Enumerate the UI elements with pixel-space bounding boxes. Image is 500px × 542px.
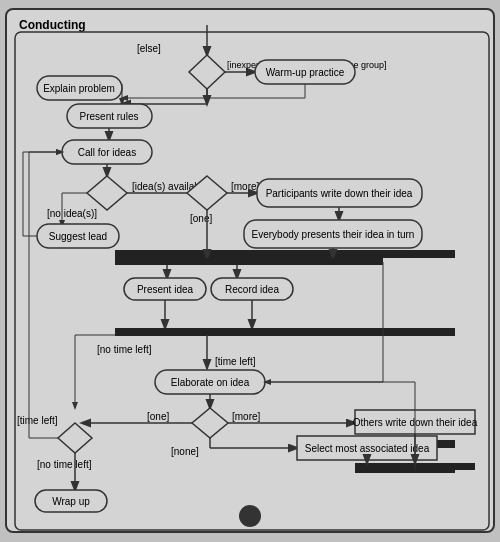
record-idea-label: Record idea bbox=[225, 284, 279, 295]
select-associated-label: Select most associated idea bbox=[305, 443, 430, 454]
sync-bar-top-main bbox=[115, 258, 383, 265]
label-none: [none] bbox=[171, 446, 199, 457]
label-more2: [more] bbox=[232, 411, 261, 422]
explain-label: Explain problem bbox=[43, 83, 115, 94]
diamond-time-left bbox=[58, 423, 92, 453]
label-more: [more] bbox=[231, 181, 260, 192]
label-time-left2: [time left] bbox=[17, 415, 58, 426]
label-one: [one] bbox=[190, 213, 212, 224]
diagram-svg: [else] [inexperienced participants in th… bbox=[7, 10, 497, 535]
diamond-ideas bbox=[87, 176, 127, 210]
call-ideas-label: Call for ideas bbox=[78, 147, 136, 158]
label-no-time-left2: [no time left] bbox=[37, 459, 92, 470]
label-no-ideas: [no idea(s)] bbox=[47, 208, 97, 219]
diamond-one-more bbox=[192, 408, 228, 438]
label-one2: [one] bbox=[147, 411, 169, 422]
bottom-indicator bbox=[239, 505, 261, 527]
present-idea-label: Present idea bbox=[137, 284, 194, 295]
elaborate-label: Elaborate on idea bbox=[171, 377, 250, 388]
suggest-lead-label: Suggest lead bbox=[49, 231, 107, 242]
present-rules-label: Present rules bbox=[80, 111, 139, 122]
everybody-presents-label: Everybody presents their idea in turn bbox=[252, 229, 415, 240]
diagram-container: Conducting [else] [inexperienced partici… bbox=[5, 8, 495, 533]
label-no-time-left: [no time left] bbox=[97, 344, 152, 355]
sync-bar-bottom-main bbox=[115, 328, 383, 335]
label-time-left: [time left] bbox=[215, 356, 256, 367]
sync-bar-top bbox=[115, 250, 455, 258]
warmup-label: Warm-up practice bbox=[266, 67, 345, 78]
label-else: [else] bbox=[137, 43, 161, 54]
wrap-up-label: Wrap up bbox=[52, 496, 90, 507]
participants-write-label: Participants write down their idea bbox=[266, 188, 413, 199]
diamond-inexperienced bbox=[189, 55, 225, 89]
